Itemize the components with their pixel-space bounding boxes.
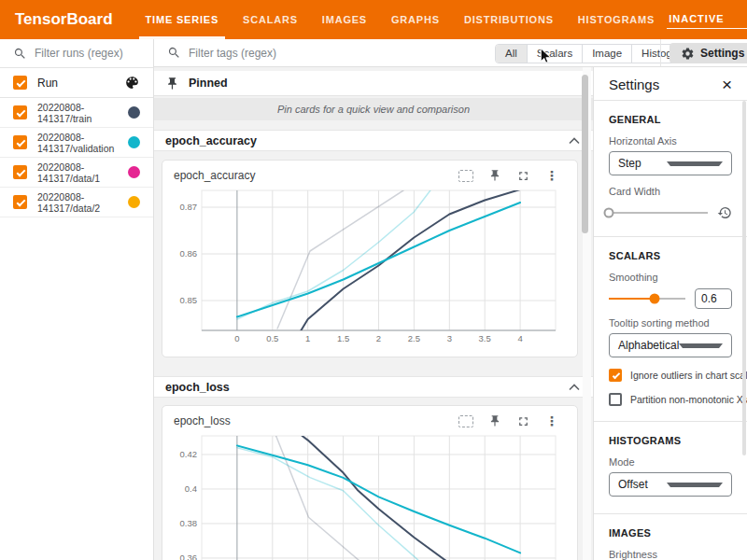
ignore-outliers-label: Ignore outliers in chart scaling: [630, 370, 747, 381]
select-all-runs-checkbox[interactable]: [13, 76, 27, 90]
section-header-epoch-loss[interactable]: epoch_loss: [154, 376, 593, 398]
run-name: 20220808-141317/validation: [37, 132, 124, 154]
card-header: epoch_accuracy ⋮: [168, 164, 571, 187]
partition-x-row[interactable]: Partition non-monotonic X axis ?: [609, 393, 732, 406]
search-icon: [13, 47, 27, 61]
run-color-dot: [128, 196, 140, 208]
chevron-down-icon: [667, 483, 723, 487]
tag-toolbar: All Scalars Image Histogram Settings: [154, 39, 747, 67]
run-row-validation[interactable]: 20220808-141317/validation: [0, 128, 153, 158]
svg-text:1: 1: [305, 333, 310, 343]
section-title: epoch_loss: [165, 381, 569, 394]
marquee-zoom-icon[interactable]: [458, 415, 473, 427]
general-heading: GENERAL: [609, 114, 732, 125]
tab-distributions[interactable]: DISTRIBUTIONS: [452, 0, 566, 39]
partition-x-checkbox[interactable]: [609, 393, 622, 406]
divider: [594, 421, 747, 422]
settings-panel-header: Settings ×: [609, 69, 732, 100]
scalar-card-epoch-accuracy: epoch_accuracy ⋮ 0.850.860.8700.511.522.…: [162, 160, 578, 357]
svg-text:0.36: 0.36: [180, 553, 198, 560]
ignore-outliers-checkbox[interactable]: [609, 369, 622, 382]
run-color-dot: [128, 106, 140, 119]
run-name: 20220808-141317/data/1: [37, 161, 124, 184]
tab-graphs[interactable]: GRAPHS: [379, 0, 452, 39]
svg-text:4: 4: [517, 333, 522, 343]
histogram-mode-select[interactable]: Offset: [609, 472, 732, 497]
fullscreen-icon[interactable]: [516, 414, 530, 428]
main-scrollbar-track[interactable]: [583, 67, 591, 560]
run-color-dot: [128, 166, 140, 178]
run-checkbox[interactable]: [13, 195, 27, 209]
smoothing-label: Smoothing: [609, 272, 732, 283]
run-checkbox[interactable]: [13, 165, 27, 179]
svg-text:0.42: 0.42: [180, 449, 198, 459]
tab-time-series[interactable]: TIME SERIES: [134, 0, 231, 39]
pinned-label: Pinned: [189, 77, 228, 90]
chip-all[interactable]: All: [496, 45, 528, 63]
card-title: epoch_accuracy: [174, 169, 458, 182]
smoothing-value-input[interactable]: [695, 288, 732, 309]
run-status-dropdown[interactable]: INACTIVE: [667, 11, 747, 29]
filter-runs-input[interactable]: [35, 47, 144, 60]
reset-icon[interactable]: [717, 205, 732, 220]
pin-icon: [165, 77, 179, 91]
svg-text:0.4: 0.4: [185, 483, 197, 494]
mouse-cursor: [540, 48, 552, 64]
run-name: 20220808-141317/data/2: [37, 191, 124, 214]
line-chart-epoch-accuracy[interactable]: 0.850.860.8700.511.522.533.54: [168, 189, 571, 351]
smoothing-row: [609, 290, 732, 307]
svg-text:0: 0: [234, 333, 239, 343]
chevron-up-icon[interactable]: [569, 137, 580, 145]
runs-header-row: Run: [0, 68, 153, 98]
scalars-heading: SCALARS: [609, 250, 732, 261]
main-scrollbar-thumb[interactable]: [582, 75, 588, 233]
more-options-icon[interactable]: ⋮: [545, 169, 558, 182]
svg-text:3: 3: [447, 333, 452, 343]
tooltip-sort-select[interactable]: Alphabetical: [609, 333, 732, 357]
scalar-card-epoch-loss: epoch_loss ⋮ 0.360.380.40.4200.511.522.5…: [162, 405, 578, 560]
filter-tags-input[interactable]: [189, 47, 462, 60]
smoothing-slider[interactable]: [609, 292, 685, 305]
section-header-epoch-accuracy[interactable]: epoch_accuracy: [154, 130, 593, 151]
settings-button[interactable]: Settings: [669, 43, 747, 63]
chip-image[interactable]: Image: [583, 45, 632, 63]
run-color-dot: [128, 136, 140, 148]
svg-text:0.85: 0.85: [180, 295, 198, 305]
divider: [594, 236, 747, 237]
horizontal-axis-value: Step: [618, 157, 667, 170]
run-checkbox[interactable]: [13, 105, 27, 119]
divider: [594, 513, 747, 514]
runs-sidebar: Run 20220808-141317/train 20220808-14131…: [0, 39, 154, 560]
tensorboard-app: TensorBoard TIME SERIES SCALARS IMAGES G…: [0, 0, 747, 560]
run-checkbox[interactable]: [13, 135, 27, 149]
horizontal-axis-select[interactable]: Step: [609, 151, 732, 175]
run-row-train[interactable]: 20220808-141317/train: [0, 98, 153, 128]
run-name: 20220808-141317/train: [37, 102, 124, 124]
run-row-data1[interactable]: 20220808-141317/data/1: [0, 158, 153, 188]
card-width-slider[interactable]: [609, 206, 708, 219]
more-options-icon[interactable]: ⋮: [545, 414, 558, 427]
svg-text:3.5: 3.5: [479, 333, 491, 343]
svg-text:2: 2: [376, 333, 381, 343]
divider: [594, 100, 747, 101]
close-icon[interactable]: ×: [722, 77, 732, 93]
line-chart-epoch-loss[interactable]: 0.360.380.40.4200.511.522.533.54: [168, 434, 571, 560]
ignore-outliers-row[interactable]: Ignore outliers in chart scaling: [609, 369, 732, 382]
fullscreen-icon[interactable]: [516, 169, 530, 183]
tab-scalars[interactable]: SCALARS: [231, 0, 310, 39]
histograms-heading: HISTOGRAMS: [609, 435, 732, 446]
svg-text:1.5: 1.5: [337, 333, 349, 343]
tab-histograms[interactable]: HISTOGRAMS: [566, 0, 667, 39]
marquee-zoom-icon[interactable]: [458, 170, 473, 182]
settings-button-label: Settings: [700, 47, 744, 60]
pin-card-icon[interactable]: [488, 169, 501, 182]
chevron-up-icon[interactable]: [569, 384, 580, 391]
tab-images[interactable]: IMAGES: [310, 0, 379, 39]
run-row-data2[interactable]: 20220808-141317/data/2: [0, 188, 153, 217]
svg-text:0.86: 0.86: [180, 248, 198, 259]
chip-scalars[interactable]: Scalars: [528, 45, 583, 63]
settings-scrollbar-thumb[interactable]: [742, 101, 746, 455]
card-width-label: Card Width: [609, 186, 732, 197]
pin-card-icon[interactable]: [488, 414, 501, 427]
palette-icon[interactable]: [124, 75, 140, 91]
